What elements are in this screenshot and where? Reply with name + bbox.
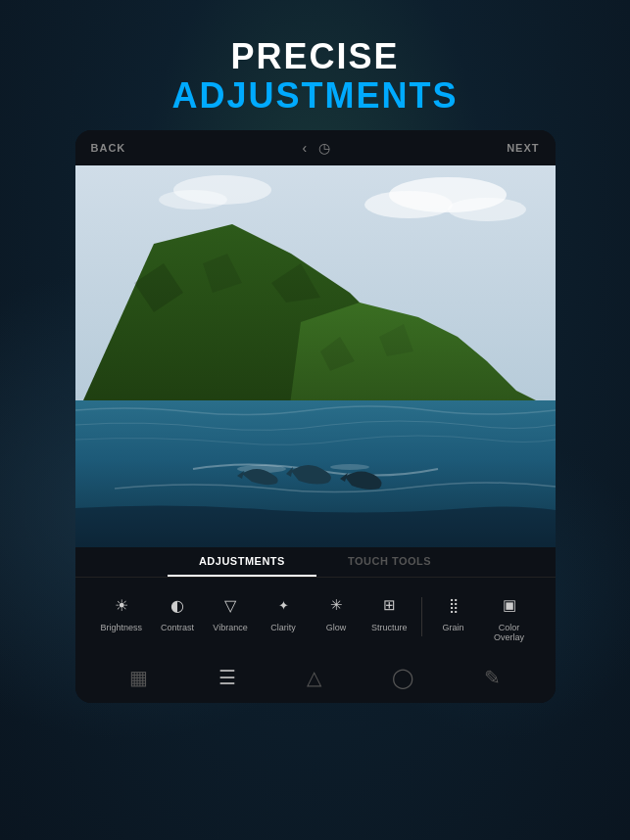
tool-grain[interactable]: Grain — [428, 587, 479, 636]
vibrance-icon — [217, 591, 244, 619]
app-frame: BACK ‹ ◷ NEXT — [75, 130, 556, 703]
header-section: PRECISE ADJUSTMENTS — [171, 37, 458, 115]
bottom-nav: ▦ ☰ △ ◯ ✎ — [75, 652, 556, 703]
adjust-icon[interactable]: ☰ — [215, 662, 240, 693]
svg-point-5 — [159, 190, 227, 210]
circle-icon[interactable]: ◯ — [388, 662, 417, 693]
color-overlay-icon — [496, 591, 523, 619]
tool-divider — [421, 597, 422, 636]
tools-row: Brightness Contrast Vibrance Clarity Glo… — [75, 578, 556, 652]
svg-point-2 — [364, 191, 453, 218]
chevron-left-icon[interactable]: ‹ — [302, 140, 307, 156]
app-toolbar: BACK ‹ ◷ NEXT — [75, 130, 556, 165]
contrast-icon — [164, 591, 191, 619]
tool-structure-label: Structure — [371, 623, 408, 632]
clarity-icon — [269, 591, 297, 619]
structure-icon — [375, 591, 403, 619]
tool-contrast-label: Contrast — [161, 623, 194, 632]
tab-adjustments[interactable]: ADJUSTMENTS — [168, 547, 316, 577]
tool-clarity-label: Clarity — [270, 623, 296, 632]
svg-point-3 — [448, 198, 526, 221]
back-button[interactable]: BACK — [91, 142, 126, 154]
next-button[interactable]: NEXT — [507, 142, 539, 154]
tool-color-overlay-label: Color Overlay — [489, 623, 530, 642]
glow-icon — [322, 591, 350, 619]
triangle-icon[interactable]: △ — [303, 662, 325, 693]
tool-color-overlay[interactable]: Color Overlay — [481, 587, 538, 646]
brush-icon[interactable]: ✎ — [480, 662, 505, 693]
tool-glow-label: Glow — [326, 623, 347, 632]
header-line2: ADJUSTMENTS — [171, 76, 458, 116]
history-icon[interactable]: ◷ — [318, 140, 330, 156]
photo-area — [75, 165, 556, 547]
tab-touch-tools[interactable]: TOUCH TOOLS — [316, 547, 462, 577]
sun-icon — [108, 591, 135, 619]
tool-clarity[interactable]: Clarity — [258, 587, 309, 636]
tool-brightness-label: Brightness — [100, 623, 142, 632]
tool-glow[interactable]: Glow — [311, 587, 362, 636]
tool-brightness[interactable]: Brightness — [92, 587, 150, 636]
tool-grain-label: Grain — [443, 623, 464, 632]
crop-icon[interactable]: ▦ — [125, 662, 152, 693]
toolbar-center: ‹ ◷ — [302, 140, 330, 156]
svg-point-8 — [330, 464, 369, 470]
grain-icon — [440, 591, 467, 619]
tool-contrast[interactable]: Contrast — [152, 587, 203, 636]
tool-vibrance-label: Vibrance — [213, 623, 247, 632]
tool-structure[interactable]: Structure — [363, 587, 415, 636]
header-line1: PRECISE — [171, 37, 458, 76]
photo-svg — [75, 165, 556, 547]
tool-vibrance[interactable]: Vibrance — [205, 587, 256, 636]
tabs-row: ADJUSTMENTS TOUCH TOOLS — [75, 547, 556, 578]
